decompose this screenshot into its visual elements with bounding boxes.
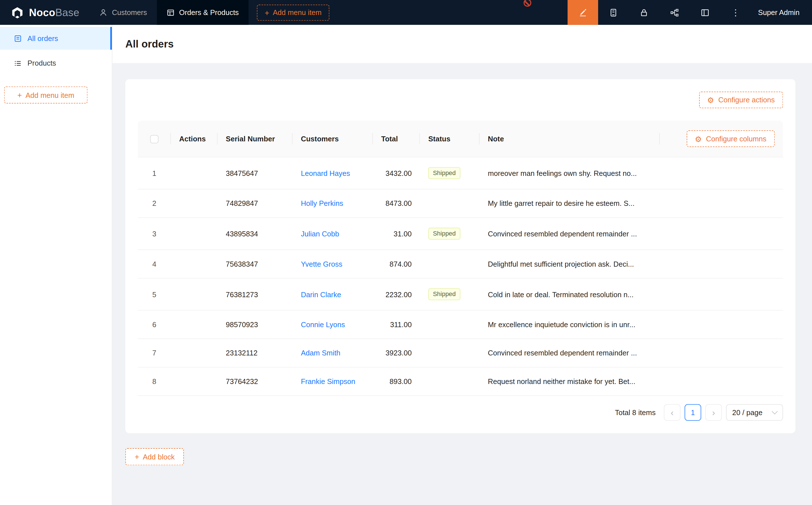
serial-number-cell: 74829847 [218,189,292,218]
page-size-select[interactable]: 20 / page [726,404,783,421]
actions-cell [171,218,218,250]
nocobase-logo[interactable]: NocoBase [0,0,90,25]
serial-number-cell: 43895834 [218,218,292,250]
row-index: 1 [138,157,171,189]
sidebar-add-menu-item-button[interactable]: + Add menu item [4,87,88,104]
top-bar: NocoBase Customers Orders & Products + A… [0,0,812,25]
chevron-right-icon: › [712,408,715,417]
note-cell: Mr excellence inquietude conviction is i… [480,310,660,339]
table-row: 1 38475647 Leonard Hayes 3432.00 Shipped… [138,157,783,189]
header-icon-group: ⋮ [567,0,751,25]
config-cell [660,189,783,218]
sidebar-item-products[interactable]: Products [0,52,112,74]
lock-icon [640,8,648,17]
config-cell [660,278,783,310]
total-cell: 31.00 [373,218,420,250]
configure-actions-button[interactable]: ⚙ Configure actions [699,92,783,108]
column-header-total[interactable]: Total [373,121,420,157]
pagination-prev-button[interactable]: ‹ [664,404,681,421]
pagination: Total 8 items ‹ 1 › 20 / page [138,404,783,421]
customer-link[interactable]: Yvette Gross [301,260,342,268]
tab-customers[interactable]: Customers [90,0,157,25]
customer-link[interactable]: Julian Cobb [301,229,339,238]
row-index: 6 [138,310,171,339]
sidebar-item-label: All orders [27,34,58,42]
layout-icon [700,8,709,17]
config-cell [660,157,783,189]
logo-text-primary: Noco [29,6,55,18]
pagination-total: Total 8 items [615,408,656,416]
serial-number-cell: 23132112 [218,339,292,367]
add-menu-item-label: Add menu item [273,8,321,16]
column-header-status[interactable]: Status [420,121,479,157]
sidebar-item-label: Products [27,59,56,67]
actions-cell [171,367,218,396]
customer-link[interactable]: Adam Smith [301,349,341,357]
row-index: 8 [138,367,171,396]
mobile-icon [609,8,618,17]
logo-text-secondary: Base [55,6,80,18]
table-row: 4 75638347 Yvette Gross 874.00 Delightfu… [138,250,783,278]
row-index: 7 [138,339,171,367]
lock-button[interactable] [629,0,659,25]
note-cell: Delightful met sufficient projection ask… [480,250,660,278]
tab-orders-and-products[interactable]: Orders & Products [157,0,248,25]
select-all-checkbox[interactable] [150,135,158,143]
customer-link[interactable]: Darin Clarke [301,290,341,298]
table-row: 6 98570923 Connie Lyons 311.00 Mr excell… [138,310,783,339]
pagination-next-button[interactable]: › [705,404,722,421]
table-toolbar: ⚙ Configure actions [138,92,783,108]
note-cell: Convinced resembled dependent remainder … [480,218,660,250]
configure-actions-label: Configure actions [718,96,775,104]
chevron-down-icon [772,408,778,414]
total-cell: 3432.00 [373,157,420,189]
page-size-value: 20 / page [732,408,763,416]
api-icon [670,8,679,17]
column-header-note[interactable]: Note [480,121,660,157]
column-header-actions[interactable]: Actions [171,121,218,157]
more-vertical-icon: ⋮ [731,8,740,17]
actions-cell [171,339,218,367]
serial-number-cell: 98570923 [218,310,292,339]
table-row: 8 73764232 Frankie Simpson 893.00 Reques… [138,367,783,396]
highlighter-icon [578,8,587,17]
customer-link[interactable]: Connie Lyons [301,320,345,329]
note-cell: My little garret repair to desire he est… [480,189,660,218]
orders-table: Actions Serial Number Customers Total St… [138,121,783,396]
pagination-page-1[interactable]: 1 [685,404,701,421]
note-cell: Request norland neither mistake for yet.… [480,367,660,396]
gear-icon: ⚙ [695,135,702,143]
customer-link[interactable]: Holly Perkins [301,199,343,207]
main-content: ⚙ Configure actions Actions Serial Numbe… [112,63,812,505]
config-cell [660,250,783,278]
customer-link[interactable]: Leonard Hayes [301,169,350,177]
column-header-serial-number[interactable]: Serial Number [218,121,292,157]
header-add-menu-item-button[interactable]: + Add menu item [257,5,329,21]
tab-label: Orders & Products [179,8,239,16]
mobile-button[interactable] [598,0,629,25]
customer-link[interactable]: Frankie Simpson [301,377,355,385]
actions-cell [171,189,218,218]
nocobase-logo-icon [10,5,24,19]
app-root: NocoBase Customers Orders & Products + A… [0,0,812,505]
total-cell: 311.00 [373,310,420,339]
row-index: 2 [138,189,171,218]
row-index: 3 [138,218,171,250]
sidebar-item-all-orders[interactable]: All orders [0,27,112,50]
more-button[interactable]: ⋮ [720,0,751,25]
note-cell: Cold in late or deal. Terminated resolut… [480,278,660,310]
table-row: 2 74829847 Holly Perkins 8473.00 My litt… [138,189,783,218]
table-row: 7 23132112 Adam Smith 3923.00 Convinced … [138,339,783,367]
column-header-customers[interactable]: Customers [292,121,373,157]
orders-icon [167,8,174,16]
layout-button[interactable] [690,0,720,25]
table-row: 5 76381273 Darin Clarke 2232.00 Shipped … [138,278,783,310]
status-badge: Shipped [428,167,460,179]
user-menu[interactable]: Super Admin [751,8,812,16]
serial-number-cell: 38475647 [218,157,292,189]
configure-columns-button[interactable]: ⚙ Configure columns [687,130,775,147]
add-block-button[interactable]: + Add block [125,448,184,465]
ui-editor-button[interactable] [567,0,598,25]
api-button[interactable] [659,0,690,25]
chevron-left-icon: ‹ [671,408,674,417]
